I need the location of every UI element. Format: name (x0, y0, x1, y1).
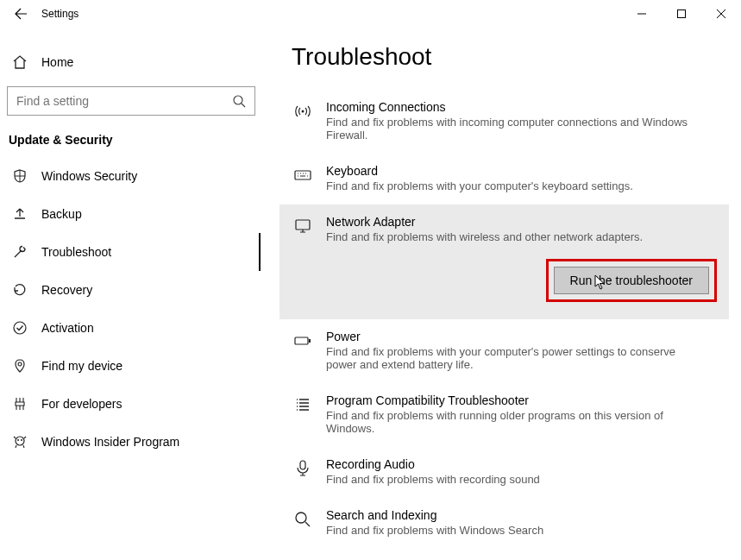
item-desc: Find and fix problems with Windows Searc… (326, 524, 688, 537)
shield-icon (10, 167, 29, 186)
item-desc: Find and fix problems with your computer… (326, 345, 688, 371)
window-title: Settings (41, 8, 78, 20)
location-icon (10, 356, 29, 375)
svg-rect-11 (300, 461, 305, 469)
sidebar-item-label: For developers (41, 397, 122, 411)
svg-point-1 (234, 96, 242, 104)
troubleshoot-item-incoming-connections[interactable]: Incoming Connections Find and fix proble… (292, 90, 717, 154)
main-panel: Troubleshoot Incoming Connections Find a… (267, 28, 741, 560)
sidebar-item-label: Windows Insider Program (41, 435, 179, 449)
sidebar-item-label: Backup (41, 207, 82, 221)
svg-point-5 (21, 439, 22, 441)
wrench-icon (10, 242, 29, 261)
highlight-frame: Run the troubleshooter (546, 259, 717, 302)
maximize-icon (676, 9, 687, 19)
svg-rect-9 (295, 337, 308, 344)
sidebar-item-for-developers[interactable]: For developers (7, 385, 261, 423)
back-button[interactable] (7, 0, 35, 28)
microphone-icon (292, 457, 314, 480)
sidebar-item-troubleshoot[interactable]: Troubleshoot (7, 233, 261, 271)
item-title: Network Adapter (326, 215, 717, 229)
signal-icon (292, 100, 314, 123)
svg-point-3 (16, 437, 24, 445)
page-heading: Troubleshoot (292, 43, 717, 71)
title-bar: Settings (0, 0, 741, 28)
sidebar-item-label: Windows Security (41, 169, 137, 183)
svg-rect-7 (295, 171, 311, 179)
keyboard-icon (292, 164, 314, 186)
close-button[interactable] (701, 0, 741, 28)
monitor-icon (292, 215, 314, 237)
check-circle-icon (10, 318, 29, 337)
developer-icon (10, 394, 29, 413)
sidebar-item-windows-security[interactable]: Windows Security (7, 157, 261, 195)
troubleshoot-item-network-adapter[interactable]: Network Adapter Find and fix problems wi… (279, 215, 729, 243)
troubleshoot-item-shared-folders[interactable]: Shared Folders (292, 549, 717, 560)
sidebar: Home Update & Security Windows Security … (0, 28, 267, 560)
run-troubleshooter-button[interactable]: Run the troubleshooter (554, 267, 709, 294)
insider-icon (10, 432, 29, 451)
search-icon (292, 508, 314, 531)
minimize-button[interactable] (622, 0, 662, 28)
troubleshoot-item-recording-audio[interactable]: Recording Audio Find and fix problems wi… (292, 447, 717, 498)
item-desc: Find and fix problems with incoming comp… (326, 116, 688, 142)
sidebar-section-title: Update & Security (7, 133, 261, 157)
battery-icon (292, 330, 314, 352)
maximize-button[interactable] (662, 0, 701, 28)
item-title: Power (326, 330, 717, 343)
svg-rect-10 (309, 339, 311, 343)
back-arrow-icon (14, 7, 28, 21)
svg-point-4 (17, 439, 19, 441)
item-desc: Find and fix problems with wireless and … (326, 230, 688, 243)
sidebar-item-find-my-device[interactable]: Find my device (7, 347, 261, 385)
list-icon (292, 393, 314, 416)
troubleshoot-item-selected: Network Adapter Find and fix problems wi… (279, 204, 729, 319)
search-icon (232, 94, 246, 108)
sidebar-item-label: Recovery (41, 283, 92, 297)
home-icon (10, 53, 29, 72)
search-input[interactable] (16, 94, 232, 108)
svg-point-12 (296, 513, 306, 523)
sidebar-item-label: Troubleshoot (41, 245, 111, 259)
sidebar-home-label: Home (41, 55, 73, 69)
recovery-icon (10, 280, 29, 299)
item-desc: Find and fix problems with running older… (326, 409, 688, 435)
minimize-icon (637, 9, 647, 19)
item-title: Keyboard (326, 164, 717, 178)
troubleshoot-item-search-indexing[interactable]: Search and Indexing Find and fix problem… (292, 498, 717, 549)
item-desc: Find and fix problems with recording sou… (326, 473, 688, 486)
item-title: Search and Indexing (326, 508, 717, 522)
sidebar-item-label: Activation (41, 321, 94, 335)
sidebar-home[interactable]: Home (7, 47, 261, 78)
svg-rect-0 (678, 10, 686, 18)
svg-point-2 (14, 322, 26, 334)
svg-point-6 (302, 110, 305, 113)
troubleshoot-item-compatibility[interactable]: Program Compatibility Troubleshooter Fin… (292, 383, 717, 447)
item-desc: Find and fix problems with your computer… (326, 179, 688, 192)
sidebar-item-backup[interactable]: Backup (7, 195, 261, 233)
sidebar-item-windows-insider[interactable]: Windows Insider Program (7, 423, 261, 461)
run-button-label: Run the troubleshooter (570, 274, 693, 287)
backup-icon (10, 204, 29, 223)
sidebar-item-activation[interactable]: Activation (7, 309, 261, 347)
item-title: Recording Audio (326, 457, 717, 471)
search-box[interactable] (7, 86, 255, 116)
item-title: Program Compatibility Troubleshooter (326, 393, 717, 407)
close-icon (716, 9, 726, 19)
item-title: Incoming Connections (326, 100, 717, 114)
sidebar-item-recovery[interactable]: Recovery (7, 271, 261, 309)
sidebar-item-label: Find my device (41, 359, 122, 373)
svg-rect-8 (296, 220, 310, 230)
troubleshoot-item-keyboard[interactable]: Keyboard Find and fix problems with your… (292, 154, 717, 204)
troubleshoot-item-power[interactable]: Power Find and fix problems with your co… (292, 319, 717, 383)
